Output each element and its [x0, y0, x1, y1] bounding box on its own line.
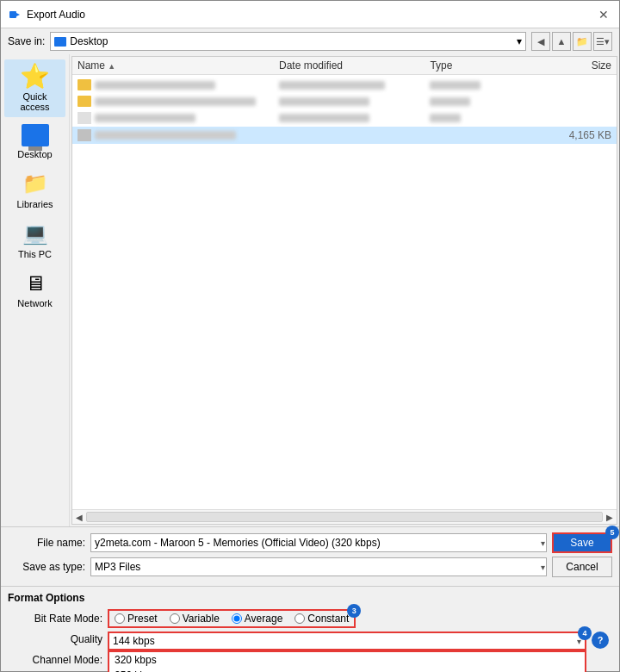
bitrate-mode-radio-group: Preset Variable Average Constant 3 [108, 609, 356, 628]
channel-mode-label: Channel Mode: [8, 654, 102, 666]
table-row[interactable] [72, 109, 617, 127]
column-type[interactable]: Type [430, 59, 530, 72]
file-date-cell [279, 97, 430, 106]
quality-badge: 4 [578, 626, 592, 640]
file-icon [78, 129, 91, 141]
bitrate-mode-label: Bit Rate Mode: [8, 613, 102, 625]
sidebar-item-network[interactable]: 🖥 Network [4, 266, 65, 314]
file-list: 4,165 KB [72, 75, 617, 509]
radio-constant-input[interactable] [294, 613, 305, 624]
radio-average-input[interactable] [232, 613, 242, 624]
type-blur [430, 114, 460, 122]
thispc-icon: 💻 [22, 221, 48, 246]
toolbar-row: Save in: Desktop ▾ ◀ ▲ 📁 ☰▾ [1, 28, 619, 54]
file-size-cell: 4,165 KB [530, 129, 611, 141]
save-in-dropdown[interactable]: Desktop ▾ [50, 32, 526, 51]
filetype-dropdown-arrow-icon[interactable]: ▾ [541, 563, 545, 572]
save-in-location: Desktop [70, 35, 108, 47]
title-bar: Export Audio ✕ [1, 1, 619, 28]
dialog-title: Export Audio [27, 9, 85, 21]
column-size[interactable]: Size [530, 59, 611, 72]
column-date[interactable]: Date modified [279, 59, 430, 72]
table-row[interactable] [72, 93, 617, 109]
up-button[interactable]: ▲ [552, 32, 571, 51]
filename-dropdown-arrow-icon[interactable]: ▾ [541, 538, 545, 548]
sidebar-item-desktop[interactable]: Desktop [4, 119, 65, 165]
libraries-icon: 📁 [22, 171, 48, 196]
quality-dropdown-wrap: 144 kbps ▾ 4 320 kbps 256 kbps 224 kbps … [108, 632, 586, 650]
file-name-cell [78, 79, 279, 90]
filetype-label: Save as type: [8, 561, 85, 573]
folder-icon [78, 79, 91, 90]
radio-variable-label: Variable [183, 613, 220, 625]
view-button[interactable]: ☰▾ [593, 32, 612, 51]
bitrate-mode-badge: 3 [347, 604, 361, 618]
filename-label: File name: [8, 537, 85, 549]
radio-constant[interactable]: Constant [294, 613, 349, 625]
radio-preset[interactable]: Preset [115, 613, 158, 625]
date-blur [279, 97, 369, 106]
radio-preset-input[interactable] [115, 613, 125, 624]
scrollbar-area: ◀ ▶ [72, 509, 617, 524]
svg-rect-0 [9, 11, 16, 18]
help-button[interactable]: ? [592, 632, 609, 649]
list-item[interactable]: 320 kbps [109, 652, 585, 668]
save-button[interactable]: Save [552, 532, 612, 553]
file-name-blur [95, 97, 256, 106]
save-badge: 5 [605, 526, 619, 539]
close-button[interactable]: ✕ [595, 6, 612, 23]
table-row[interactable] [72, 77, 617, 93]
scroll-left-icon[interactable]: ◀ [76, 513, 83, 522]
quality-selected-value: 144 kbps [113, 635, 155, 647]
main-area: ⭐ Quick access Desktop 📁 Libraries 💻 Thi… [1, 54, 619, 526]
file-type-cell [430, 114, 530, 122]
radio-constant-label: Constant [307, 613, 349, 625]
file-type-cell [430, 97, 530, 106]
sidebar-item-this-pc[interactable]: 💻 This PC [4, 216, 65, 264]
toolbar-nav-buttons: ◀ ▲ 📁 ☰▾ [531, 32, 612, 51]
filename-input[interactable] [90, 533, 547, 552]
sort-arrow-icon: ▲ [108, 62, 115, 71]
sidebar: ⭐ Quick access Desktop 📁 Libraries 💻 Thi… [1, 54, 70, 526]
save-btn-wrap: Save 5 [552, 532, 612, 553]
audio-icon [8, 8, 22, 22]
sidebar-item-libraries[interactable]: 📁 Libraries [4, 166, 65, 215]
sidebar-item-quick-access[interactable]: ⭐ Quick access [4, 59, 65, 117]
quality-dropdown[interactable]: 144 kbps ▾ 4 [108, 632, 586, 650]
network-icon: 🖥 [25, 271, 46, 296]
save-in-label: Save in: [8, 35, 45, 47]
radio-variable[interactable]: Variable [170, 613, 220, 625]
radio-variable-input[interactable] [170, 613, 180, 624]
horizontal-scrollbar[interactable] [86, 512, 603, 522]
scroll-right-icon[interactable]: ▶ [606, 513, 613, 522]
sidebar-label-libraries: Libraries [16, 199, 53, 209]
column-name[interactable]: Name ▲ [78, 59, 279, 72]
sidebar-label-network: Network [17, 298, 52, 308]
cancel-button[interactable]: Cancel [552, 557, 612, 577]
table-row[interactable]: 4,165 KB [72, 127, 617, 144]
type-blur [430, 97, 470, 106]
bottom-section: File name: ▾ Save 5 Save as type: ▾ Canc… [1, 526, 619, 586]
export-audio-dialog: Export Audio ✕ Save in: Desktop ▾ ◀ ▲ 📁 … [0, 0, 620, 672]
file-date-cell [279, 114, 430, 122]
filename-input-wrap: ▾ [90, 533, 547, 552]
filetype-row: Save as type: ▾ Cancel [8, 557, 612, 577]
save-in-value: Desktop [54, 35, 108, 47]
title-bar-left: Export Audio [8, 8, 85, 22]
back-button[interactable]: ◀ [531, 32, 550, 51]
radio-average-label: Average [245, 613, 282, 625]
date-blur [279, 81, 385, 90]
quick-access-icon: ⭐ [20, 65, 50, 89]
format-options-section: Format Options Bit Rate Mode: Preset Var… [1, 586, 619, 671]
file-panel: Name ▲ Date modified Type Size [71, 56, 617, 525]
radio-preset-label: Preset [127, 613, 158, 625]
filename-row: File name: ▾ Save 5 [8, 532, 612, 553]
type-blur [430, 81, 480, 90]
new-folder-button[interactable]: 📁 [573, 32, 592, 51]
sidebar-label-thispc: This PC [18, 249, 52, 259]
list-item[interactable]: 256 kbps [109, 668, 585, 672]
filetype-input-wrap: ▾ [90, 557, 547, 576]
file-name-blur [95, 131, 236, 140]
radio-average[interactable]: Average [232, 613, 282, 625]
filetype-input[interactable] [90, 557, 547, 576]
